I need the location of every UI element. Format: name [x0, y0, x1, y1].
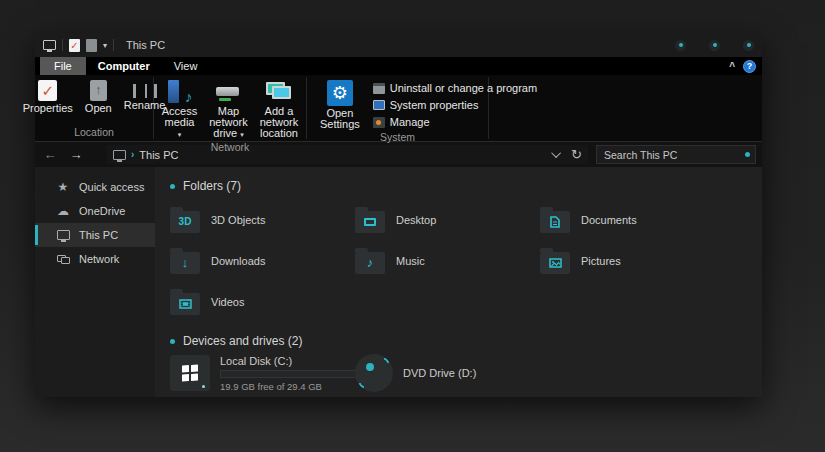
downloads-folder-icon: ↓: [170, 252, 200, 274]
map-network-drive-button[interactable]: Map network drive ▾: [204, 79, 253, 141]
back-arrow-icon[interactable]: ←: [41, 147, 59, 162]
refresh-icon[interactable]: ↻: [571, 147, 582, 162]
search-icon[interactable]: [745, 152, 750, 157]
uninstall-icon: [373, 83, 385, 94]
tab-view[interactable]: View: [162, 57, 210, 75]
navigation-bar: ← → › This PC ↻: [35, 142, 762, 167]
network-icon: [56, 255, 70, 264]
window-title: This PC: [126, 39, 165, 51]
sidebar-item-label: Network: [79, 253, 119, 265]
add-network-location-label: Add a network location: [260, 106, 299, 139]
add-network-location-button[interactable]: Add a network location: [255, 79, 304, 140]
tab-row-controls: ^ ?: [729, 57, 756, 75]
file-explorer-window: ✓ ▾ This PC File Computer View ^ ? ✓ Pro…: [35, 33, 762, 397]
properties-button[interactable]: ✓ Properties: [18, 79, 78, 115]
sidebar-item-network[interactable]: Network: [35, 247, 155, 271]
close-button[interactable]: [743, 40, 754, 51]
group-label-network: Network: [154, 141, 306, 153]
group-label-system: System: [307, 131, 488, 143]
sidebar-item-this-pc[interactable]: This PC: [35, 223, 155, 247]
uninstall-label: Uninstall or change a program: [390, 82, 537, 94]
rename-icon: [133, 84, 157, 98]
minimize-ribbon-icon[interactable]: ^: [729, 61, 735, 72]
uninstall-program-button[interactable]: Uninstall or change a program: [373, 80, 537, 96]
folder-tile-music[interactable]: ♪ Music: [355, 240, 540, 281]
divider: [113, 39, 114, 51]
folder-tile-3d-objects[interactable]: 3D 3D Objects: [170, 199, 355, 240]
ribbon: ✓ Properties ↑ Open Rename Location ♪ A: [35, 75, 762, 142]
folder-label: Videos: [211, 296, 244, 308]
dropdown-arrow-icon: ▾: [240, 131, 244, 138]
manage-button[interactable]: Manage: [373, 114, 537, 130]
open-button[interactable]: ↑ Open: [80, 79, 117, 115]
map-network-drive-icon: [215, 80, 241, 104]
help-icon[interactable]: ?: [743, 60, 756, 73]
breadcrumb-chevron-icon[interactable]: ›: [131, 149, 134, 160]
address-dropdown-icon[interactable]: [551, 148, 561, 158]
folder-label: Downloads: [211, 255, 265, 267]
folder-label: Documents: [581, 214, 637, 226]
folder-tile-pictures[interactable]: Pictures: [540, 240, 725, 281]
star-icon: ★: [56, 180, 70, 194]
devices-section-header[interactable]: Devices and drives (2): [170, 334, 762, 348]
folder-label: Music: [396, 255, 425, 267]
open-icon: ↑: [90, 80, 107, 101]
tab-computer[interactable]: Computer: [86, 57, 162, 75]
tab-file[interactable]: File: [40, 57, 86, 75]
group-label-location: Location: [35, 126, 153, 141]
minimize-button[interactable]: [675, 40, 686, 51]
sidebar-item-onedrive[interactable]: ☁ OneDrive: [35, 199, 155, 223]
ribbon-tab-row: File Computer View ^ ?: [35, 57, 762, 75]
properties-icon: ✓: [38, 80, 57, 101]
customize-toolbar-arrow-icon[interactable]: ▾: [103, 41, 107, 50]
folders-header-label: Folders (7): [183, 179, 241, 193]
access-media-button[interactable]: ♪ Access media ▾: [157, 79, 202, 141]
forward-arrow-icon[interactable]: →: [67, 147, 85, 162]
folders-grid: 3D 3D Objects Desktop Documents ↓ Downlo…: [170, 199, 762, 322]
folder-tile-downloads[interactable]: ↓ Downloads: [170, 240, 355, 281]
drives-grid: Local Disk (C:) 19.9 GB free of 29.4 GB …: [170, 354, 762, 392]
sidebar-item-label: OneDrive: [79, 205, 125, 217]
desktop-folder-icon: [355, 211, 385, 233]
quick-access-toolbar: ✓ ▾ This PC: [43, 39, 165, 52]
properties-label: Properties: [23, 103, 73, 114]
cloud-icon: ☁: [56, 204, 70, 218]
this-pc-icon: [43, 40, 56, 50]
open-label: Open: [85, 103, 112, 114]
drive-name: DVD Drive (D:): [403, 367, 476, 379]
ribbon-group-location: ✓ Properties ↑ Open Rename Location: [35, 75, 153, 141]
search-box[interactable]: [596, 145, 756, 164]
open-settings-button[interactable]: ⚙ Open Settings: [315, 79, 365, 131]
sidebar-item-quick-access[interactable]: ★ Quick access: [35, 175, 155, 199]
windows-logo-icon: [182, 364, 198, 381]
sidebar-item-label: Quick access: [79, 181, 144, 193]
system-properties-label: System properties: [390, 99, 479, 111]
devices-header-label: Devices and drives (2): [183, 334, 302, 348]
folder-tile-videos[interactable]: Videos: [170, 281, 355, 322]
ribbon-group-network: ♪ Access media ▾ Map network drive ▾ Add…: [154, 75, 306, 141]
new-folder-qat-icon[interactable]: [86, 39, 97, 52]
collapse-chevron-icon[interactable]: [170, 184, 175, 189]
folders-section-header[interactable]: Folders (7): [170, 179, 762, 193]
titlebar[interactable]: ✓ ▾ This PC: [35, 33, 762, 57]
access-media-icon: ♪: [166, 80, 192, 104]
system-properties-button[interactable]: System properties: [373, 97, 537, 113]
access-media-label: Access media: [162, 105, 197, 128]
maximize-button[interactable]: [709, 40, 720, 51]
divider: [62, 39, 63, 51]
file-list-pane: Folders (7) 3D 3D Objects Desktop Docume…: [155, 167, 762, 397]
folder-tile-documents[interactable]: Documents: [540, 199, 725, 240]
search-input[interactable]: [604, 149, 739, 161]
sidebar-item-label: This PC: [79, 229, 118, 241]
properties-qat-icon[interactable]: ✓: [69, 39, 80, 52]
manage-icon: [373, 117, 385, 128]
this-pc-icon: [113, 150, 126, 160]
folder-tile-desktop[interactable]: Desktop: [355, 199, 540, 240]
drive-tile-local-disk-c[interactable]: Local Disk (C:) 19.9 GB free of 29.4 GB: [170, 354, 355, 392]
collapse-chevron-icon[interactable]: [170, 339, 175, 344]
content-area: ★ Quick access ☁ OneDrive This PC Networ…: [35, 167, 762, 397]
monitor-icon: [56, 230, 70, 240]
drive-tile-dvd-d[interactable]: DVD Drive (D:): [355, 354, 575, 392]
folder-label: 3D Objects: [211, 214, 265, 226]
capacity-bar: [220, 370, 370, 378]
